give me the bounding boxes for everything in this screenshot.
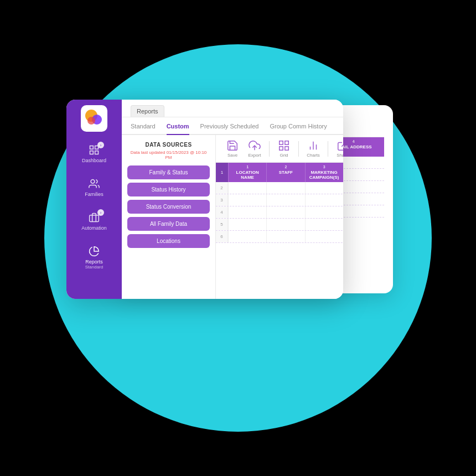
col-header-location: 1 LOCATION NAME bbox=[228, 163, 266, 182]
standard-sublabel: Standard bbox=[85, 265, 103, 270]
toolbar-divider-1 bbox=[269, 141, 270, 157]
families-icon bbox=[89, 178, 100, 189]
table-header: 1 1 LOCATION NAME 2 STAFF 3 M bbox=[216, 163, 343, 182]
grid-view-icon bbox=[278, 139, 290, 152]
toolbar: Save Export bbox=[216, 135, 343, 163]
tab-standard[interactable]: Standard bbox=[131, 123, 156, 135]
grid-label: Grid bbox=[280, 153, 288, 158]
breadcrumb: Reports bbox=[131, 105, 164, 117]
header-row-num: 1 bbox=[216, 163, 228, 182]
app-logo bbox=[81, 105, 107, 132]
table-row: 3 bbox=[216, 194, 343, 206]
toolbar-divider-3 bbox=[328, 141, 328, 157]
save-icon bbox=[226, 139, 239, 152]
tab-custom[interactable]: Custom bbox=[167, 123, 189, 135]
save-button[interactable]: Save bbox=[223, 139, 242, 158]
grid-view-button[interactable]: Grid bbox=[274, 139, 294, 158]
svg-point-12 bbox=[87, 117, 95, 125]
export-label: Export bbox=[248, 153, 261, 158]
dashboard-label: Dashboard bbox=[82, 158, 106, 163]
tabs-row: Standard Custom Previously Scheduled Gro… bbox=[122, 117, 343, 135]
table-row: 4 bbox=[216, 206, 343, 219]
content-area: DATA SOURCES Data last updated 01/15/202… bbox=[122, 135, 343, 299]
status-conversion-button[interactable]: Status Conversion bbox=[127, 200, 210, 214]
all-family-data-button[interactable]: All Family Data bbox=[127, 217, 210, 231]
sidebar: › Dashboard Families bbox=[66, 100, 122, 299]
table-panel: Save Export bbox=[216, 135, 343, 299]
sidebar-item-dashboard[interactable]: › Dashboard bbox=[66, 141, 122, 167]
svg-rect-13 bbox=[90, 146, 94, 149]
svg-rect-21 bbox=[285, 141, 288, 144]
data-table: 1 1 LOCATION NAME 2 STAFF 3 M bbox=[216, 163, 343, 299]
col-header-staff: 2 STAFF bbox=[266, 163, 304, 182]
reports-icon bbox=[89, 246, 100, 257]
svg-rect-16 bbox=[95, 151, 99, 154]
data-sources-updated: Data last updated 01/15/2023 @ 10:10 PM bbox=[127, 150, 210, 160]
tab-group-comm[interactable]: Group Comm History bbox=[270, 123, 327, 135]
top-bar: Reports bbox=[122, 100, 343, 117]
automation-label: Automation bbox=[81, 225, 107, 231]
locations-button[interactable]: Locations bbox=[127, 234, 210, 248]
charts-icon bbox=[307, 139, 319, 152]
sidebar-item-families[interactable]: Families bbox=[66, 174, 122, 200]
tab-prev-scheduled[interactable]: Previously Scheduled bbox=[200, 123, 259, 135]
scene: Save Export Grid Charts bbox=[44, 44, 432, 432]
table-row: 2 bbox=[216, 182, 343, 194]
svg-line-27 bbox=[342, 141, 343, 147]
svg-rect-22 bbox=[285, 147, 288, 150]
toolbar-divider-2 bbox=[298, 141, 299, 157]
table-row: 5 bbox=[216, 219, 343, 231]
svg-rect-15 bbox=[90, 151, 94, 154]
logo-icon bbox=[84, 108, 104, 128]
share-label: Share bbox=[337, 153, 343, 158]
svg-rect-18 bbox=[90, 215, 99, 222]
data-sources-panel: DATA SOURCES Data last updated 01/15/202… bbox=[122, 135, 216, 299]
main-content: Reports Standard Custom Previously Sched… bbox=[122, 100, 343, 299]
svg-point-17 bbox=[91, 180, 95, 184]
col-header-marketing: 3 MARKETING CAMPAIGN(S) bbox=[305, 163, 343, 182]
data-sources-title: DATA SOURCES bbox=[127, 142, 210, 148]
export-button[interactable]: Export bbox=[245, 139, 265, 158]
charts-label: Charts bbox=[307, 153, 320, 158]
card-front: › Dashboard Families bbox=[66, 100, 343, 299]
share-icon bbox=[337, 139, 343, 152]
sidebar-item-automation[interactable]: › Automation bbox=[66, 208, 122, 234]
family-status-button[interactable]: Family & Status bbox=[127, 165, 210, 179]
charts-view-button[interactable]: Charts bbox=[303, 139, 323, 158]
export-icon bbox=[249, 139, 261, 152]
status-history-button[interactable]: Status History bbox=[127, 183, 210, 196]
svg-rect-20 bbox=[280, 141, 283, 144]
save-label: Save bbox=[227, 153, 237, 158]
families-label: Families bbox=[85, 192, 104, 197]
reports-label: Reports bbox=[85, 259, 103, 265]
table-row: 6 bbox=[216, 231, 343, 243]
svg-rect-23 bbox=[280, 147, 283, 150]
share-button[interactable]: Share bbox=[333, 139, 343, 158]
sidebar-item-reports[interactable]: Reports Standard bbox=[66, 242, 122, 273]
